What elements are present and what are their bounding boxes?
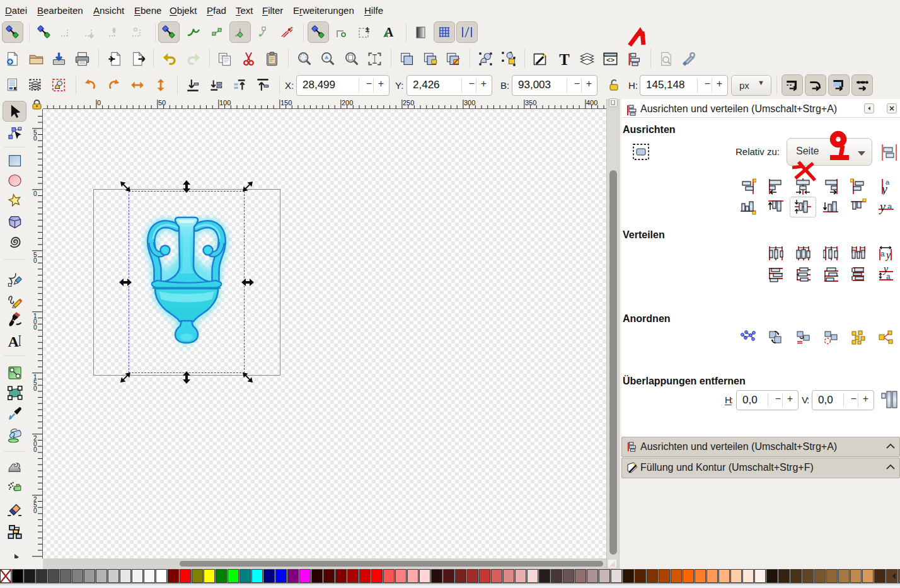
svg-text:150: 150 xyxy=(33,374,37,392)
svg-text:0: 0 xyxy=(33,190,37,197)
svg-text:A: A xyxy=(8,333,18,349)
svg-text:50: 50 xyxy=(33,251,37,264)
svg-text:y: y xyxy=(879,200,886,214)
svg-text:A: A xyxy=(384,25,394,39)
svg-text:50: 50 xyxy=(33,129,37,142)
svg-text:50: 50 xyxy=(158,99,166,107)
svg-text:100: 100 xyxy=(33,313,37,331)
svg-text:a: a xyxy=(880,250,885,258)
svg-text:100: 100 xyxy=(219,99,231,107)
svg-text:150: 150 xyxy=(280,99,292,107)
svg-text:y: y xyxy=(885,250,891,261)
svg-text:200: 200 xyxy=(33,435,37,453)
svg-text:a: a xyxy=(887,202,892,211)
svg-text:350: 350 xyxy=(525,99,536,107)
svg-text:0: 0 xyxy=(97,99,101,107)
svg-text:<>: <> xyxy=(606,56,614,64)
svg-text:200: 200 xyxy=(342,99,353,107)
svg-text:y: y xyxy=(880,182,887,195)
svg-text:a: a xyxy=(886,272,891,281)
svg-text:250: 250 xyxy=(33,496,37,514)
svg-text:T: T xyxy=(559,50,570,67)
svg-text:400: 400 xyxy=(586,99,597,107)
svg-text:250: 250 xyxy=(403,99,414,107)
svg-text:300: 300 xyxy=(464,99,475,107)
